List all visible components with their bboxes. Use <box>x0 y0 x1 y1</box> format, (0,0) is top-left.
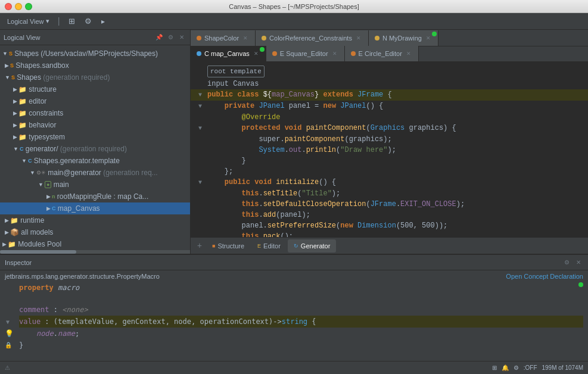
tree-item-generator[interactable]: ▼ C generator/ (generation required) <box>0 143 190 155</box>
tab-map-canvas[interactable]: C map_Canvas ✕ <box>191 46 266 61</box>
tab-close-icon[interactable]: ✕ <box>355 35 362 42</box>
tab-square-editor[interactable]: E Square_Editor ✕ <box>266 46 345 61</box>
tab-close-icon[interactable]: ✕ <box>331 50 338 57</box>
inspector-close-button[interactable]: ✕ <box>574 258 583 267</box>
tab-close-icon[interactable]: ✕ <box>405 50 412 57</box>
inspector-gear-button[interactable]: ⚙ <box>562 258 571 267</box>
tab-label: C map_Canvas <box>204 50 250 57</box>
logical-view-button[interactable]: Logical View ▾ <box>4 16 53 26</box>
tree-item-constraints[interactable]: ▶ 📁 constraints <box>0 107 190 119</box>
scrollbar-thumb[interactable] <box>0 250 76 254</box>
editor-content[interactable]: root template input Canvas ▼ public clas… <box>191 62 588 237</box>
tree-item-typesystem[interactable]: ▶ 📁 typesystem <box>0 131 190 143</box>
tree-item-editor[interactable]: ▶ 📁 editor <box>0 95 190 107</box>
status-memory[interactable]: 199M of 1074M <box>542 364 584 371</box>
folder-icon: 📁 <box>18 121 27 129</box>
status-left: ⚠ <box>5 364 10 371</box>
structure-icon: ■ <box>212 243 215 249</box>
code-override: @Override <box>207 112 583 123</box>
inspector-content: jetbrains.mps.lang.generator.structure.P… <box>0 270 588 361</box>
tab-editor[interactable]: E Editor <box>251 239 287 253</box>
tree-map-canvas-label: map_Canvas <box>58 204 100 213</box>
tree-item-behavior[interactable]: ▶ 📁 behavior <box>0 119 190 131</box>
code-line-super: super.paintComponent(graphics); <box>191 134 588 145</box>
tab-editor-label: Editor <box>263 242 281 250</box>
toolbar-icon-1[interactable]: ⊞ <box>65 15 79 27</box>
sidebar-action-close[interactable]: ✕ <box>177 33 186 42</box>
code-add: this.add(panel); <box>207 210 583 220</box>
code-close1: } <box>207 155 583 166</box>
prop-title-line: property macro <box>19 282 583 293</box>
sidebar-action-gear[interactable]: ⚙ <box>166 33 175 42</box>
input-label: input Canvas <box>207 80 259 88</box>
tree-constraints-label: constraints <box>29 109 63 117</box>
toolbar-icon-3[interactable]: ▸ <box>98 16 108 27</box>
sidebar-content: ▼ S Shapes (/Users/vaclav/MPSProjects/Sh… <box>0 45 190 250</box>
tab-shape-color[interactable]: ShapeColor ✕ <box>191 30 256 46</box>
window-title: Canvas – Shapes – [~/MPSProjects/Shapes] <box>229 3 359 10</box>
status-notification-icon[interactable]: 🔔 <box>502 364 509 371</box>
arrow-icon: ▶ <box>13 86 17 92</box>
tab-circle-editor[interactable]: E Circle_Editor ✕ <box>345 46 419 61</box>
sidebar-action-pin[interactable]: 📌 <box>154 33 164 42</box>
tree-item-all-models[interactable]: ▶ 📦 all models <box>0 226 190 238</box>
tree-item-map-canvas[interactable]: ▶ C map_Canvas <box>0 202 190 214</box>
tab-close-icon[interactable]: ✕ <box>253 50 260 57</box>
sidebar-scrollbar[interactable] <box>0 250 190 254</box>
tab-close-icon[interactable]: ✕ <box>242 35 249 42</box>
tree-main-gen-label: main@generator (generation req... <box>48 169 157 177</box>
tab-close-icon[interactable]: ✕ <box>425 35 432 42</box>
maximize-button[interactable] <box>25 3 32 10</box>
toolbar-icon-2[interactable]: ⚙ <box>81 15 95 27</box>
template-box: root template <box>207 66 265 77</box>
tree-item-root[interactable]: ▼ S Shapes (/Users/vaclav/MPSProjects/Sh… <box>0 48 190 60</box>
arrow-icon: ▼ <box>30 170 35 176</box>
tree-item-sandbox[interactable]: ▶ S Shapes.sandbox <box>0 60 190 71</box>
badge-s2: S <box>11 74 15 80</box>
editor-icon: E <box>257 243 261 249</box>
tab-label: ColorReference_Constraints <box>269 35 352 42</box>
status-settings-icon[interactable]: ⚙ <box>514 364 519 371</box>
code-line-close2: }; <box>191 166 588 177</box>
line-fold-1[interactable]: ▼ <box>195 90 205 101</box>
open-concept-link[interactable]: Open Concept Declaration <box>506 273 583 280</box>
tab-color-reference[interactable]: ColorReference_Constraints ✕ <box>256 30 369 46</box>
tree-item-shapes[interactable]: ▼ S Shapes (generation required) <box>0 71 190 83</box>
editor-area: Logical View 📌 ⚙ ✕ ▼ S Shapes (/Users/va… <box>0 30 588 254</box>
tree-item-structure[interactable]: ▶ 📁 structure <box>0 83 190 95</box>
tree-item-main-gen[interactable]: ▼ ⚙✳ main@generator (generation req... <box>0 167 190 179</box>
window-controls[interactable] <box>5 3 32 10</box>
code-paintcomp: protected void paintComponent(Graphics g… <box>207 123 583 133</box>
editor-bottom-tab-bar: + ■ Structure E Editor ↻ Generator <box>191 237 588 254</box>
sidebar-header: Logical View 📌 ⚙ ✕ <box>0 30 190 45</box>
tree-item-gen-template[interactable]: ▼ C Shapes.generator.template <box>0 155 190 167</box>
chevron-icon: ▼ <box>6 319 10 325</box>
lightbulb-icon: 💡 <box>5 328 14 339</box>
close-button[interactable] <box>5 3 12 10</box>
code-line-close1: } <box>191 155 588 166</box>
line-fold-2[interactable]: ▼ <box>195 101 205 112</box>
code-line-init: ▼ public void initialize() { <box>191 177 588 188</box>
tree-item-main[interactable]: ▼ ● main <box>0 179 190 191</box>
line-fold-3[interactable]: ▼ <box>195 123 205 134</box>
node-name-code: node.name; <box>19 328 79 339</box>
tree-item-runtime[interactable]: ▶ 📁 runtime <box>0 214 190 226</box>
line-fold-4[interactable]: ▼ <box>195 177 205 188</box>
fold-arrow: ▼ <box>6 316 10 328</box>
arrow-icon: ▶ <box>5 229 9 235</box>
arrow-icon: ▶ <box>13 110 17 116</box>
top-toolbar: Logical View ▾ | ⊞ ⚙ ▸ <box>0 13 588 30</box>
tree-structure-label: structure <box>29 85 57 94</box>
minimize-button[interactable] <box>15 3 22 10</box>
badge-s1: S <box>10 63 14 68</box>
tab-my-drawing[interactable]: N MyDrawing ✕ <box>369 30 438 46</box>
tab-structure[interactable]: ■ Structure <box>206 239 250 253</box>
tab-generator[interactable]: ↻ Generator <box>288 239 337 253</box>
tree-generator-label: generator/ (generation required) <box>26 145 127 153</box>
status-layout-icon[interactable]: ⊞ <box>492 364 497 371</box>
inspector-title: Inspector <box>5 259 32 266</box>
prop-value-content: ▼ value : (templateValue, genContext, no… <box>19 316 583 328</box>
tree-item-rootmapping[interactable]: ▶ n rootMappingRule : map Ca... <box>0 191 190 202</box>
add-tab-button[interactable]: + <box>194 241 205 251</box>
tree-item-modules-pool[interactable]: ▶ 📁 Modules Pool <box>0 238 190 250</box>
